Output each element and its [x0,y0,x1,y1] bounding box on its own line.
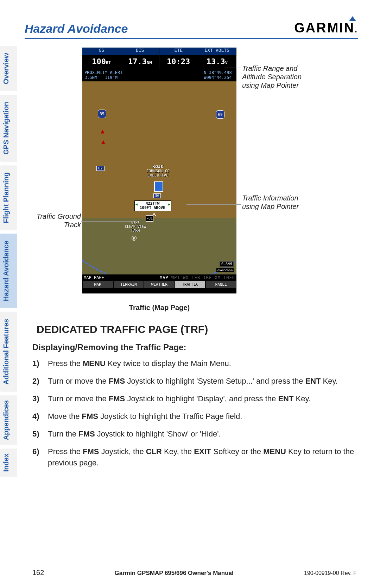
label-gs: GS [82,48,121,55]
page-header: Hazard Avoidance GARMIN [25,20,358,39]
proximity-bar: PROXIMITY ALERT 3.5NM 119°M N 38°49.498'… [82,69,236,81]
softkey-terrain[interactable]: TERRAIN [114,281,144,288]
label-dis: DIS [121,48,160,55]
current-page-label: MAP PAGE [84,275,104,280]
callout-line [186,204,241,205]
gps-field-labels: GS DIS ETE EXT VOLTS [82,48,236,55]
label-ete: ETE [159,48,198,55]
gps-field-values: 100KT 17.3NM 10:23 13.3V [82,55,236,69]
label-volts: EXT VOLTS [198,48,237,55]
callout-info: Traffic Information using Map Pointer [242,194,312,211]
registered-icon: R [132,236,137,241]
map-canvas: 35 69 ▲ ▲ 02 KOJC JOHNSON CO EXECUTIVE 3… [82,81,236,274]
callout-ground-track: Traffic Ground Track [32,212,81,229]
page-footer: 162 Garmin GPSMAP 695/696 Owner's Manual… [0,569,380,577]
gps-screenshot: GS DIS ETE EXT VOLTS 100KT 17.3NM 10:23 … [82,48,236,293]
step-6: 6) Press the FMS Joystick, the CLR Key, … [32,446,357,469]
farm-label: 97KS CLEAR VIEW FARM [122,221,149,233]
value-volts: 13.3V [198,55,237,69]
proximity-bearing: 119°M [105,75,118,80]
obstacle-icon: ▲ [101,127,104,135]
tab-flight-planning[interactable]: Flight Planning [0,165,17,230]
obstacle-icon: ▲ [101,138,105,145]
map-scale: 0.8NM [220,261,234,267]
proximity-distance: 3.5NM [84,75,97,80]
value-gs: 100KT [82,55,121,69]
page-indices: MAP WPT WX TER TRF XM INFO [160,275,235,280]
step-5: 5) Turn the FMS Joystick to highlight 'S… [32,428,357,440]
tab-index[interactable]: Index [0,448,17,477]
ownship-icon [154,181,163,192]
tab-overview[interactable]: Overview [0,46,17,91]
tab-appendices[interactable]: Appendices [0,395,17,445]
softkey-panel[interactable]: PANEL [206,281,236,288]
doc-revision: 190-00919-00 Rev. F [304,570,357,576]
highway-shield-69: 69 [216,110,224,119]
highway-shield-35: 35 [98,110,106,118]
procedure-steps: 1) Press the MENU Key twice to display t… [32,358,357,475]
runway-36: 36 [153,193,161,198]
step-4: 4) Move the FMS Joystick to highlight th… [32,411,357,422]
garmin-logo: GARMIN [294,20,358,36]
softkey-traffic[interactable]: TRAFFIC [175,281,205,288]
tab-hazard-avoidance[interactable]: Hazard Avoidance [0,234,17,308]
callout-range: Traffic Range and Altitude Separation us… [242,64,312,89]
overzoom-label: overZoom [216,268,234,272]
softkey-bar: MAP TERRAIN WEATHER TRAFFIC PANEL [82,281,236,289]
figure-caption: Traffic (Map Page) [82,304,236,312]
procedure-heading: Displaying/Removing the Traffic Page: [32,342,186,352]
pointer-lon: W094°44.254' [204,75,234,80]
side-tab-strip: Overview GPS Navigation Flight Planning … [0,46,17,477]
callout-line [225,68,241,68]
step-1: 1) Press the MENU Key twice to display t… [32,358,357,369]
tab-gps-navigation[interactable]: GPS Navigation [0,95,17,162]
callout-line [81,221,134,222]
tab-additional-features[interactable]: Additional Features [0,312,17,392]
softkey-weather[interactable]: WEATHER [144,281,175,288]
section-title: Hazard Avoidance [25,22,128,36]
value-ete: 10:23 [159,55,198,69]
step-2: 2) Turn or move the FMS Joystick to high… [32,376,357,387]
section-heading: DEDICATED TRAFFIC PAGE (TRF) [37,323,208,335]
step-3: 3) Turn or move the FMS Joystick to high… [32,393,357,404]
page-group-bar: MAP PAGE MAP WPT WX TER TRF XM INFO [82,274,236,281]
pointer-lat: N 38°49.498' [204,70,234,75]
heading-02: 02 [96,166,104,171]
page-number: 162 [32,569,44,577]
proximity-title: PROXIMITY ALERT [84,70,122,75]
value-dis: 17.3NM [121,55,160,69]
airport-label: KOJC JOHNSON CO EXECUTIVE [139,165,177,178]
manual-title: Garmin GPSMAP 695/696 Owner's Manual [115,570,234,577]
softkey-map[interactable]: MAP [83,281,113,288]
